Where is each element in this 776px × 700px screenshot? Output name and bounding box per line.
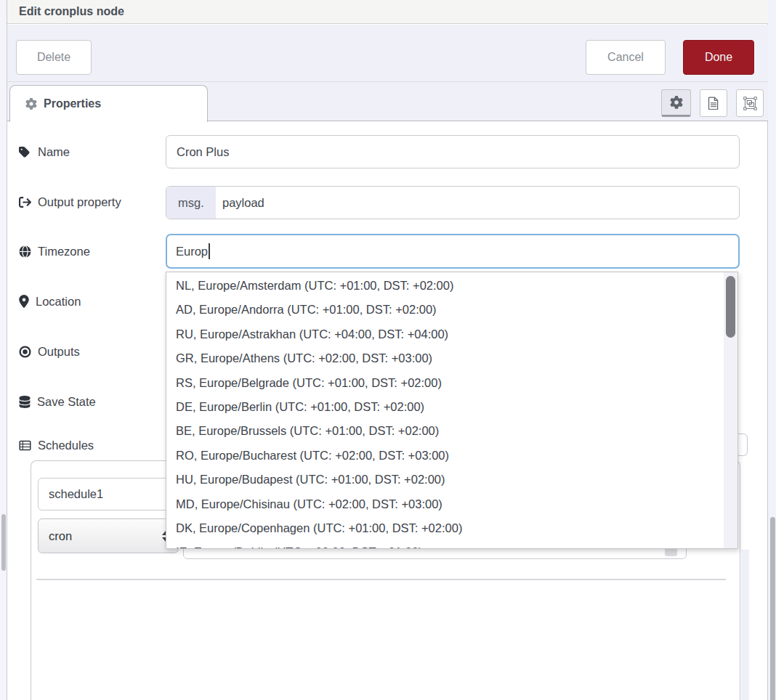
output-property-field-label: Output property [19,192,121,211]
table-list-icon [19,439,31,452]
gear-icon [670,96,683,109]
description-view-button[interactable] [700,89,727,117]
sign-out-icon [19,196,31,208]
location-field-label: Location [19,292,81,311]
timezone-dropdown: NL, Europe/Amsterdam (UTC: +01:00, DST: … [166,272,738,549]
timezone-option[interactable]: RO, Europe/Bucharest (UTC: +02:00, DST: … [166,444,737,468]
workspace-left-strip [0,0,7,700]
timezone-option[interactable]: HU, Europe/Budapest (UTC: +01:00, DST: +… [166,468,737,492]
cancel-button[interactable]: Cancel [586,40,666,75]
schedules-field-label: Schedules [19,436,94,455]
timezone-option[interactable]: GR, Europe/Athens (UTC: +02:00, DST: +03… [166,346,737,370]
frame-icon [743,97,757,110]
outputs-field-label: Outputs [19,342,80,361]
map-marker-icon [19,295,29,308]
schedule-row-divider [36,579,726,580]
timezone-option[interactable]: DE, Europe/Berlin (UTC: +01:00, DST: +02… [166,395,737,419]
left-scrollbar-thumb[interactable] [1,514,6,571]
msg-type-button[interactable]: msg. [166,187,216,219]
schedule-name-input[interactable]: schedule1 [38,478,174,510]
output-property-input[interactable]: payload [216,196,264,210]
timezone-dropdown-items: NL, Europe/Amsterdam (UTC: +01:00, DST: … [166,274,737,549]
dialog-header: Edit cronplus node [7,0,768,24]
timezone-option[interactable]: BE, Europe/Brussels (UTC: +01:00, DST: +… [166,419,737,443]
save-state-field-label: Save State [19,392,96,411]
done-button[interactable]: Done [683,40,754,75]
tray-scroll-track [741,550,749,700]
dot-circle-icon [19,346,31,358]
timezone-option[interactable]: NL, Europe/Amsterdam (UTC: +01:00, DST: … [166,274,737,298]
timezone-option[interactable]: DK, Europe/Copenhagen (UTC: +01:00, DST:… [166,516,737,540]
timezone-option[interactable]: RS, Europe/Belgrade (UTC: +01:00, DST: +… [166,371,737,395]
output-property-typedinput: msg. payload [166,186,740,219]
timezone-option[interactable]: IE, Europe/Dublin (UTC: +00:00, DST: +01… [166,540,737,549]
timezone-option[interactable]: MD, Europe/Chisinau (UTC: +02:00, DST: +… [166,492,737,516]
node-red-edit-tray: Edit cronplus node Delete Cancel Done Pr… [0,0,776,700]
schedule-type-select[interactable]: cron [38,518,179,553]
dialog-title: Edit cronplus node [19,0,124,23]
text-cursor [209,243,210,259]
globe-icon [19,245,31,258]
properties-view-button[interactable] [661,89,691,117]
delete-button[interactable]: Delete [16,40,92,75]
tab-properties-label: Properties [44,97,101,110]
obscured-element-fragment [738,434,748,456]
timezone-option[interactable]: AD, Europe/Andorra (UTC: +01:00, DST: +0… [166,298,737,322]
tag-icon [19,146,31,158]
dropdown-scrollbar-thumb[interactable] [726,276,735,338]
timezone-option[interactable]: RU, Europe/Astrakhan (UTC: +04:00, DST: … [166,322,737,346]
appearance-view-button[interactable] [736,89,764,117]
doc-icon [707,97,720,110]
gear-icon [25,98,37,110]
right-scrollbar-thumb[interactable] [770,517,775,700]
name-field-label: Name [19,142,70,161]
timezone-input[interactable]: Europ [166,234,740,269]
name-input[interactable]: Cron Plus [166,135,740,168]
timezone-field-label: Timezone [19,242,90,261]
tab-properties[interactable]: Properties [9,85,208,122]
database-icon [19,396,31,408]
toolbar-divider [7,81,768,82]
